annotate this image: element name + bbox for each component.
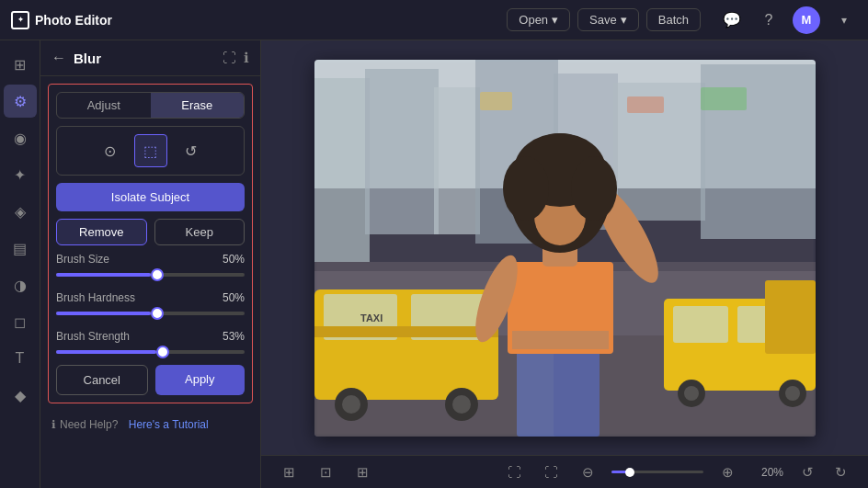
selection-tool[interactable]: ⬚ bbox=[134, 134, 167, 167]
chevron-down-icon: ▾ bbox=[621, 13, 627, 27]
zoom-out-icon[interactable]: ⊖ bbox=[575, 460, 600, 485]
brush-size-slider-row: Brush Size 50% bbox=[56, 253, 245, 280]
panel-header: ← Blur ⛶ ℹ bbox=[40, 40, 260, 76]
keep-button[interactable]: Keep bbox=[154, 219, 246, 245]
topbar-icons: 💬 ? M ▾ bbox=[719, 6, 857, 34]
brush-strength-value: 53% bbox=[223, 330, 245, 343]
tutorial-link[interactable]: Here's a Tutorial bbox=[129, 418, 209, 431]
sidebar-item-layers[interactable]: ▤ bbox=[4, 232, 37, 265]
blur-panel: ← Blur ⛶ ℹ Adjust Erase ⊙ ⬚ ↺ bbox=[40, 40, 261, 488]
tool-icons-row: ⊙ ⬚ ↺ bbox=[56, 126, 245, 176]
remove-keep-row: Remove Keep bbox=[56, 219, 245, 245]
brush-strength-track[interactable] bbox=[56, 350, 245, 354]
grid-icon[interactable]: ⊞ bbox=[349, 460, 375, 485]
photo-svg: TAXI bbox=[314, 60, 816, 437]
sidebar-item-frames[interactable]: ◻ bbox=[4, 305, 37, 338]
brush-hardness-slider-row: Brush Hardness 50% bbox=[56, 291, 245, 319]
panel-inner: Adjust Erase ⊙ ⬚ ↺ Isolate Subject Remov… bbox=[48, 84, 253, 403]
canvas-area: TAXI bbox=[261, 40, 868, 488]
sidebar-item-effects[interactable]: ✦ bbox=[4, 158, 37, 191]
sidebar-item-filters[interactable]: ◈ bbox=[4, 195, 37, 228]
redo-icon[interactable]: ↻ bbox=[828, 460, 853, 485]
chat-icon[interactable]: 💬 bbox=[719, 7, 745, 33]
cancel-button[interactable]: Cancel bbox=[56, 365, 148, 395]
brush-strength-label: Brush Strength bbox=[56, 330, 130, 343]
brush-strength-fill bbox=[56, 350, 156, 354]
icon-bar: ⊞ ⚙ ◉ ✦ ◈ ▤ ◑ ◻ T ◆ bbox=[0, 40, 40, 488]
brush-strength-slider-row: Brush Strength 53% bbox=[56, 330, 245, 357]
brush-size-label: Brush Size bbox=[56, 253, 109, 266]
sidebar-item-people[interactable]: ◑ bbox=[4, 268, 37, 301]
panel-header-icons: ⛶ ℹ bbox=[223, 50, 249, 66]
crop-icon[interactable]: ⛶ bbox=[538, 460, 564, 485]
topbar: ✦ Photo Editor Open ▾ Save ▾ Batch 💬 ? M… bbox=[0, 0, 868, 40]
zoom-in-icon[interactable]: ⊕ bbox=[714, 460, 740, 485]
brush-size-value: 50% bbox=[223, 253, 245, 266]
tab-group: Adjust Erase bbox=[56, 92, 245, 119]
info-icon[interactable]: ℹ bbox=[244, 50, 249, 66]
info-icon: ℹ bbox=[51, 418, 56, 431]
sidebar-item-view[interactable]: ◉ bbox=[4, 121, 37, 154]
brush-size-track[interactable] bbox=[56, 273, 245, 277]
chevron-down-icon[interactable]: ▾ bbox=[831, 7, 857, 33]
tab-adjust[interactable]: Adjust bbox=[57, 93, 151, 118]
brush-hardness-thumb[interactable] bbox=[151, 307, 164, 320]
brush-hardness-fill bbox=[56, 312, 151, 315]
brush-size-fill bbox=[56, 273, 151, 277]
help-icon[interactable]: ? bbox=[756, 7, 782, 33]
zoom-slider-thumb[interactable] bbox=[625, 468, 634, 477]
brush-strength-thumb[interactable] bbox=[156, 346, 169, 358]
help-text: ℹ Need Help? Here's a Tutorial bbox=[40, 411, 260, 438]
sidebar-item-shapes[interactable]: ◆ bbox=[4, 379, 37, 412]
apply-button[interactable]: Apply bbox=[155, 365, 246, 395]
brush-hardness-track[interactable] bbox=[56, 312, 245, 315]
copy-icon[interactable]: ⊡ bbox=[313, 460, 338, 485]
zoom-value: 20% bbox=[751, 466, 783, 479]
app-logo: ✦ Photo Editor bbox=[11, 11, 112, 29]
reset-tool[interactable]: ↺ bbox=[175, 134, 208, 167]
remove-button[interactable]: Remove bbox=[56, 219, 147, 245]
batch-button[interactable]: Batch bbox=[646, 8, 701, 31]
brush-hardness-label: Brush Hardness bbox=[56, 291, 135, 304]
brush-circle-tool[interactable]: ⊙ bbox=[94, 134, 127, 167]
zoom-slider[interactable] bbox=[611, 471, 703, 473]
sidebar-item-text[interactable]: T bbox=[4, 342, 37, 375]
brush-size-thumb[interactable] bbox=[151, 268, 164, 281]
zoom-controls bbox=[611, 471, 703, 473]
bottom-bar: ⊞ ⊡ ⊞ ⛶ ⛶ ⊖ ⊕ 20% ↺ ↻ bbox=[261, 455, 868, 488]
bottom-right-icons: ↺ ↻ bbox=[794, 460, 853, 485]
undo-icon[interactable]: ↺ bbox=[794, 460, 820, 485]
layers-icon[interactable]: ⊞ bbox=[276, 460, 302, 485]
main-layout: ⊞ ⚙ ◉ ✦ ◈ ▤ ◑ ◻ T ◆ ← Blur ⛶ ℹ Adjust bbox=[0, 40, 868, 488]
back-icon[interactable]: ← bbox=[51, 50, 66, 66]
canvas-main[interactable]: TAXI bbox=[261, 40, 868, 455]
save-button[interactable]: Save ▾ bbox=[577, 8, 639, 31]
sidebar-item-home[interactable]: ⊞ bbox=[4, 48, 37, 81]
isolate-subject-button[interactable]: Isolate Subject bbox=[56, 183, 245, 211]
logo-icon: ✦ bbox=[11, 11, 29, 29]
open-button[interactable]: Open ▾ bbox=[507, 8, 570, 31]
app-title: Photo Editor bbox=[35, 13, 112, 28]
tab-erase[interactable]: Erase bbox=[151, 93, 245, 118]
svg-rect-43 bbox=[314, 60, 816, 437]
avatar[interactable]: M bbox=[793, 6, 820, 34]
photo-canvas: TAXI bbox=[314, 60, 816, 437]
sidebar-item-adjust[interactable]: ⚙ bbox=[4, 85, 37, 118]
fit-icon[interactable]: ⛶ bbox=[501, 460, 527, 485]
brush-hardness-value: 50% bbox=[223, 291, 245, 304]
action-row: Cancel Apply bbox=[56, 365, 245, 395]
bookmark-icon[interactable]: ⛶ bbox=[223, 50, 236, 66]
sliders: Brush Size 50% Brush Hardness 50% bbox=[56, 253, 245, 357]
panel-title: Blur bbox=[74, 51, 215, 66]
chevron-down-icon: ▾ bbox=[552, 13, 558, 27]
